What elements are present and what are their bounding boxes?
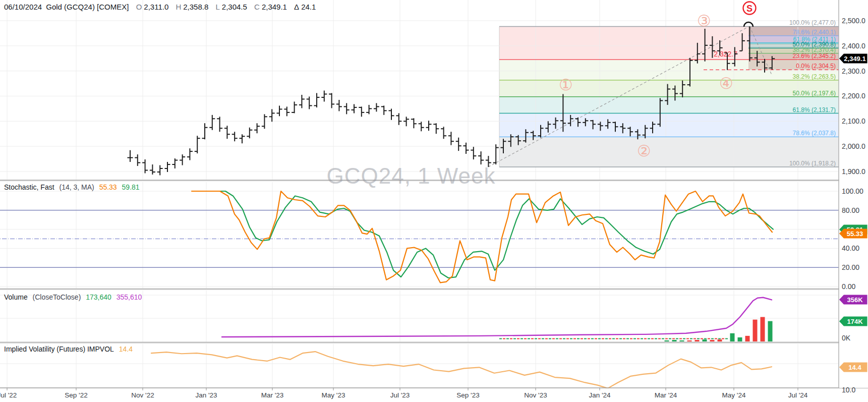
price-axis-tick: 2,100.0 [842, 117, 865, 125]
open-value: 2,311.0 [144, 3, 168, 11]
low-value: 2,304.5 [222, 3, 247, 11]
volume-legend[interactable]: Volume (CloseToClose) 173,640 355,610 [4, 293, 145, 301]
stochastic-params: (14, 3, MA) [59, 183, 94, 191]
price-axis-tick: 2,400.0 [842, 42, 865, 50]
stoch-axis-tick: 100.00 [842, 187, 863, 195]
s-wave-letter: S [746, 4, 753, 14]
open-key: O [136, 3, 142, 11]
change-value: 24.1 [301, 3, 316, 11]
stochastic-k-value: 55.33 [99, 183, 117, 191]
time-axis-label: Jan '24 [589, 391, 611, 399]
wave-label-2: ② [637, 142, 651, 160]
impvol-value: 14.4 [119, 345, 133, 353]
volume-value-1: 173,640 [86, 293, 111, 301]
fib-label-2: 38.2% (2,263.5) [793, 73, 836, 80]
volume-value-2: 355,610 [117, 293, 142, 301]
volume-title: Volume [4, 293, 28, 301]
header-symbol: Gold (GCQ24) [COMEX] [46, 3, 129, 11]
time-axis-label: May '23 [322, 391, 345, 399]
time-axis-label: Sep '22 [65, 391, 87, 399]
time-axis-label: Jul '22 [0, 391, 17, 399]
fib-label-6: 100.0% (1,918.2) [789, 160, 836, 167]
price-axis-tick: 2,000.0 [842, 142, 865, 150]
stoch-axis-tick: 0.00 [842, 282, 855, 291]
price-axis-tick: 2,200.0 [842, 92, 865, 100]
fib-label-3: 50.0% (2,197.6) [793, 90, 836, 97]
chart-canvas[interactable]: 100.0% (2,477.0)23.6% (2,345.2)38.2% (2,… [0, 0, 868, 402]
price-axis-tick: 2,300.0 [842, 67, 865, 75]
fib-label-7: 78.6% (2,440.1) [793, 29, 836, 36]
close-key: C [254, 3, 260, 11]
volume-bar [680, 340, 684, 341]
volume-tag-0-text: 356K [847, 296, 863, 304]
time-axis-label: Nov '22 [131, 391, 154, 399]
volume-bar [738, 337, 742, 341]
price-axis-tick: 1,900.0 [842, 167, 865, 176]
pane-separator [0, 289, 868, 290]
symbol-header[interactable]: 06/10/2024 Gold (GCQ24) [COMEX] O2,311.0… [4, 3, 318, 11]
high-value: 2,358.8 [183, 3, 208, 11]
time-axis-label: May '24 [722, 391, 746, 399]
volume-params: (CloseToClose) [33, 293, 81, 301]
stoch-axis-tick: 40.00 [842, 244, 859, 252]
chart-window: 100.0% (2,477.0)23.6% (2,345.2)38.2% (2,… [0, 0, 868, 402]
impvol-legend[interactable]: Implied Volatility (Futures) IMPVOL 14.4 [4, 345, 136, 353]
fib-label-5: 78.6% (2,037.8) [793, 130, 836, 137]
fib-label-11: 0.0% (2,304.5) [796, 63, 836, 70]
volume-tag-1-text: 174K [847, 318, 863, 325]
fib-label-0: 100.0% (2,477.0) [789, 19, 836, 26]
fib-band-3 [499, 97, 839, 113]
volume-bar [718, 339, 722, 341]
price-axis-tick: 2,500.0 [842, 17, 865, 25]
last-price-tag-text: 2,349.1 [844, 55, 865, 63]
volume-bar [753, 320, 758, 341]
volume-bar [768, 321, 773, 341]
volume-bar [703, 339, 707, 341]
time-axis-label: Jul '23 [390, 391, 410, 399]
time-axis-label: Jan '23 [195, 391, 217, 399]
close-value: 2,349.1 [262, 3, 287, 11]
volume-bar [730, 333, 735, 341]
time-axis-label: Nov '23 [524, 391, 547, 399]
impvol-tag-text: 14.4 [848, 364, 861, 371]
stoch-axis-tick: 20.00 [842, 263, 859, 271]
low-key: L [215, 3, 219, 11]
volume-bar [695, 340, 700, 341]
fib-label-4: 61.8% (2,131.7) [793, 106, 836, 113]
time-axis-label: Sep '23 [456, 391, 479, 399]
wave-label-1: ① [559, 76, 573, 94]
high-key: H [176, 3, 181, 11]
stoch-axis-tick: 80.00 [842, 206, 859, 214]
fib-band-2 [499, 80, 839, 97]
change-key: Δ [294, 3, 299, 11]
fib-band-5 [499, 137, 839, 167]
header-date: 06/10/2024 [4, 3, 42, 11]
stochastic-legend[interactable]: Stochastic, Fast (14, 3, MA) 55.33 59.81 [4, 183, 143, 191]
stoch-tag-1-text: 55.33 [847, 230, 863, 238]
stochastic-title: Stochastic, Fast [4, 183, 54, 191]
stoch-pane[interactable] [0, 182, 839, 289]
pane-separator [0, 342, 868, 343]
volume-bar [745, 336, 750, 341]
symbol-watermark: GCQ24, 1 Week [327, 163, 496, 189]
stochastic-d-value: 59.81 [122, 183, 140, 191]
fib-label-10: 38.2% (2,370.4) [793, 46, 836, 53]
volume-bar [672, 340, 677, 341]
wave-label-3: ③ [697, 12, 711, 30]
time-axis-label: Mar '24 [655, 391, 677, 399]
wave-label-4: ④ [719, 75, 733, 92]
volume-bar [761, 317, 765, 341]
impvol-axis-tick: 10.0 [842, 386, 855, 394]
time-axis-label: Mar '23 [261, 391, 284, 399]
volume-bar [710, 340, 715, 341]
volume-bar [665, 340, 669, 341]
time-axis-label: Jul '24 [788, 391, 808, 399]
volume-bar [687, 340, 692, 341]
volume-axis-tick: 0K [842, 334, 851, 342]
impvol-title: Implied Volatility (Futures) IMPVOL [4, 345, 114, 353]
